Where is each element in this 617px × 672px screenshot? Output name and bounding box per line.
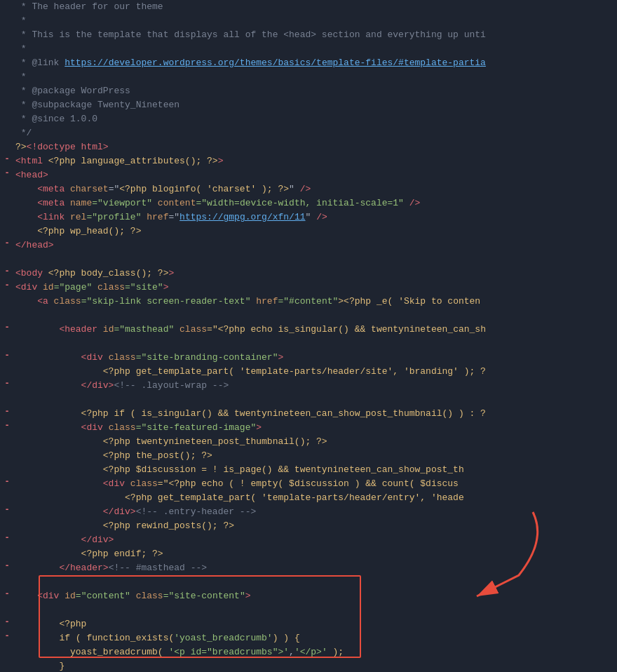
collapse-icon[interactable]: - <box>4 281 9 290</box>
line-code: <?php the_post(); ?> <box>14 449 617 463</box>
code-token: > <box>278 352 283 363</box>
collapse-icon[interactable]: - <box>4 407 9 417</box>
collapse-icon[interactable]: - <box>4 351 9 361</box>
collapse-icon[interactable]: - <box>4 154 9 164</box>
code-token: <?php <box>15 619 86 629</box>
code-token: <html <box>15 156 48 166</box>
code-token: * <box>15 43 27 54</box>
code-line: - <div id="content" class="site-content"… <box>0 589 617 603</box>
collapse-icon[interactable]: - <box>4 379 9 389</box>
collapse-icon[interactable]: - <box>4 589 9 599</box>
code-token: <header <box>15 324 103 335</box>
collapse-icon[interactable]: - <box>4 505 9 515</box>
code-token: https://gmpg.org/xfn/11 <box>179 212 305 222</box>
code-line: * @subpackage Twenty_Nineteen <box>0 98 617 112</box>
code-token: <meta <box>15 184 70 194</box>
line-code: <?php get_template_part( 'template-parts… <box>14 365 617 379</box>
line-code: <?php wp_head(); ?> <box>14 224 617 238</box>
line-code: <?php <box>14 617 617 631</box>
code-token: class <box>97 282 125 293</box>
code-token: <!-- .entry-header --> <box>136 506 257 517</box>
line-code: </div><!-- .layout-wrap --> <box>14 379 617 393</box>
code-line: <?php wp_head(); ?> <box>0 224 617 238</box>
code-token: href <box>147 212 168 222</box>
line-code: * @subpackage Twenty_Nineteen <box>14 98 617 112</box>
code-token: ="site-branding-container" <box>136 352 278 363</box>
collapse-icon[interactable]: - <box>4 631 9 641</box>
line-code: </div><!-- .entry-header --> <box>14 505 617 519</box>
line-gutter: - <box>0 421 14 431</box>
code-token: <?php twentynineteen_post_thumbnail(); ?… <box>15 436 327 447</box>
code-token: id <box>65 591 76 601</box>
code-token: '</p>' <box>294 647 327 657</box>
code-token: ="width=device-width, initial-scale=1" <box>196 198 409 208</box>
code-token: } <box>15 661 65 671</box>
line-gutter: - <box>0 533 14 543</box>
code-token: content <box>158 198 196 208</box>
code-line: -<html <?php language_attributes(); ?>> <box>0 154 617 168</box>
code-token: ="<?php echo is_singular() && twentynine… <box>207 324 486 335</box>
line-code: <div id="page" class="site"> <box>14 281 617 295</box>
line-code: * This is the template that displays all… <box>14 28 617 42</box>
code-line: ?><!doctype html> <box>0 140 617 154</box>
code-token: <?php the_post(); ?> <box>15 450 212 461</box>
code-line: } <box>0 659 617 672</box>
line-code: <?php $discussion = ! is_page() && twent… <box>14 463 617 477</box>
line-gutter: - <box>0 281 14 290</box>
code-token: ?> <box>15 142 27 152</box>
line-code: yoast_breadcrumb( '<p id="breadcrumbs">'… <box>14 645 617 659</box>
collapse-icon[interactable]: - <box>4 168 9 178</box>
collapse-icon[interactable]: - <box>4 323 9 332</box>
line-code: if ( function_exists('yoast_breadcrumb')… <box>14 631 617 645</box>
code-token: href <box>256 296 278 307</box>
code-token: charset <box>70 184 109 194</box>
line-gutter: - <box>0 617 14 627</box>
code-token: ); <box>327 647 344 657</box>
collapse-icon[interactable]: - <box>4 421 9 431</box>
code-token: > <box>256 422 262 433</box>
line-code: * @since 1.0.0 <box>14 112 617 126</box>
code-token: if ( function_exists( <box>15 633 174 643</box>
code-line <box>0 603 617 617</box>
code-token: , <box>289 647 294 657</box>
code-token: <?php bloginfo( 'charset' ); ?> <box>119 184 289 194</box>
code-token: name <box>70 198 92 208</box>
code-line <box>0 393 617 407</box>
code-token: yoast_breadcrumb( <box>15 647 168 657</box>
code-line: <?php the_post(); ?> <box>0 449 617 463</box>
line-code: <head> <box>14 168 617 182</box>
code-line: - </div> <box>0 533 617 547</box>
collapse-icon[interactable]: - <box>4 561 9 571</box>
code-line: -</head> <box>0 238 617 253</box>
line-code: <body <?php body_class(); ?>> <box>14 267 617 281</box>
code-token: ="site-content" <box>163 591 245 601</box>
collapse-icon[interactable]: - <box>4 533 9 543</box>
code-token: <?php get_template_part( 'template-parts… <box>15 492 464 503</box>
line-code: <meta name="viewport" content="width=dev… <box>14 196 617 210</box>
code-line: <?php get_template_part( 'template-parts… <box>0 491 617 505</box>
code-line: - <div class="site-branding-container"> <box>0 351 617 365</box>
code-token: <link <box>15 212 70 222</box>
code-line: <?php rewind_posts(); ?> <box>0 519 617 533</box>
code-token: class <box>136 591 163 601</box>
code-token: <meta <box>15 198 70 208</box>
code-token: <!-- .layout-wrap --> <box>114 380 229 391</box>
code-line: - if ( function_exists('yoast_breadcrumb… <box>0 631 617 645</box>
code-line: -<body <?php body_class(); ?>> <box>0 267 617 281</box>
code-token: </div> <box>15 535 114 545</box>
code-token: ="site" <box>125 282 163 293</box>
collapse-icon[interactable]: - <box>4 617 9 627</box>
code-token: ="site-featured-image" <box>136 422 257 433</box>
collapse-icon[interactable]: - <box>4 238 9 248</box>
line-gutter: - <box>0 154 14 164</box>
line-gutter: - <box>0 477 14 487</box>
code-line: -<div id="page" class="site"> <box>0 281 617 295</box>
line-code: * @link https://developer.wordpress.org/… <box>14 56 617 70</box>
collapse-icon[interactable]: - <box>4 267 9 276</box>
line-code: <div id="content" class="site-content"> <box>14 589 617 603</box>
collapse-icon[interactable]: - <box>4 477 9 487</box>
code-token: </head> <box>15 240 54 250</box>
line-gutter: - <box>0 267 14 276</box>
line-gutter: - <box>0 379 14 389</box>
line-gutter: - <box>0 323 14 332</box>
